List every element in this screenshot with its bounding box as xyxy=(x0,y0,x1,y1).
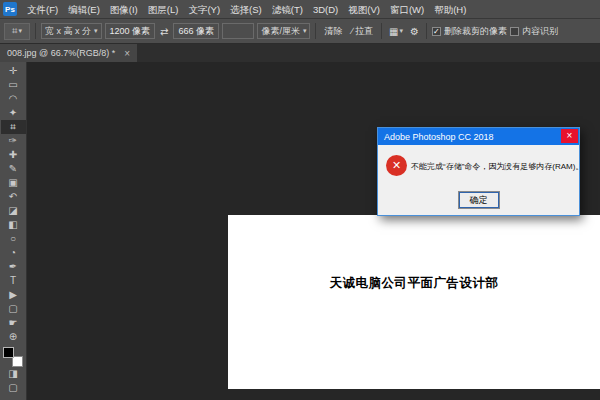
menu-edit[interactable]: 编辑(E) xyxy=(63,0,105,19)
dialog-message: 不能完成“存储”命令，因为没有足够内存(RAM)。 xyxy=(411,161,583,172)
foreground-color-swatch[interactable] xyxy=(3,347,14,358)
color-swatches[interactable] xyxy=(3,347,23,367)
resolution-unit-value: 像素/厘米 xyxy=(261,25,300,38)
dialog-body: ✕ 不能完成“存储”命令，因为没有足够内存(RAM)。 确定 xyxy=(378,145,579,215)
shape-tool[interactable]: ▢ xyxy=(1,302,26,316)
document-tab-title: 008.jpg @ 66.7%(RGB/8) * xyxy=(7,48,115,58)
crop-tool[interactable]: ⌗ xyxy=(1,120,26,134)
chevron-down-icon: ▾ xyxy=(19,27,23,35)
menu-bar: Ps 文件(F) 编辑(E) 图像(I) 图层(L) 文字(Y) 选择(S) 滤… xyxy=(0,0,600,19)
divider xyxy=(381,23,382,39)
straighten-label: 拉直 xyxy=(355,25,373,38)
menu-help[interactable]: 帮助(H) xyxy=(429,0,471,19)
menu-3d[interactable]: 3D(D) xyxy=(308,0,343,19)
hand-tool[interactable]: ☛ xyxy=(1,316,26,330)
menu-view[interactable]: 视图(V) xyxy=(343,0,385,19)
crop-width-input[interactable]: 1200 像素 xyxy=(105,23,156,39)
menu-layer[interactable]: 图层(L) xyxy=(143,0,184,19)
rectangular-marquee-tool[interactable]: ▭ xyxy=(1,78,26,92)
crop-preset-icon: ⌗ xyxy=(12,25,18,37)
screen-mode-icon[interactable]: ▢ xyxy=(1,381,26,395)
chevron-down-icon: ▾ xyxy=(399,27,403,35)
ok-button[interactable]: 确定 xyxy=(459,192,499,208)
clear-button[interactable]: 清除 xyxy=(321,23,345,39)
menu-filter[interactable]: 滤镜(T) xyxy=(267,0,308,19)
dialog-close-button[interactable]: × xyxy=(561,129,578,143)
photoshop-logo-icon: Ps xyxy=(3,2,17,16)
document-text: 天诚电脑公司平面广告设计部 xyxy=(228,275,600,292)
type-tool[interactable]: T xyxy=(1,274,26,288)
lasso-tool[interactable]: ◠ xyxy=(1,92,26,106)
spot-healing-brush-tool[interactable]: ✚ xyxy=(1,148,26,162)
menu-type[interactable]: 文字(Y) xyxy=(183,0,225,19)
tool-preset-dropdown[interactable]: ⌗ ▾ xyxy=(4,23,30,40)
resolution-input[interactable] xyxy=(222,23,254,39)
pen-tool[interactable]: ✒ xyxy=(1,260,26,274)
quick-mask-icon[interactable]: ◨ xyxy=(1,367,26,381)
menu-window[interactable]: 窗口(W) xyxy=(385,0,429,19)
eraser-tool[interactable]: ◪ xyxy=(1,204,26,218)
overlay-grid-icon: ▦ xyxy=(389,26,398,37)
resolution-unit-dropdown[interactable]: 像素/厘米 ▾ xyxy=(257,23,310,39)
document-tab-bar: 008.jpg @ 66.7%(RGB/8) * × xyxy=(0,44,600,62)
tab-close-icon[interactable]: × xyxy=(124,48,130,59)
options-bar: ⌗ ▾ 宽 x 高 x 分 ▾ 1200 像素 ⇄ 666 像素 像素/厘米 ▾… xyxy=(0,19,600,44)
straighten-button[interactable]: ∕ 拉直 xyxy=(348,23,376,39)
document-canvas[interactable]: 天诚电脑公司平面广告设计部 xyxy=(228,215,600,389)
document-tab[interactable]: 008.jpg @ 66.7%(RGB/8) * × xyxy=(0,44,137,62)
history-brush-tool[interactable]: ↶ xyxy=(1,190,26,204)
divider xyxy=(35,23,36,39)
crop-ratio-dropdown[interactable]: 宽 x 高 x 分 ▾ xyxy=(41,23,102,39)
dodge-tool[interactable]: ◔ xyxy=(1,246,26,260)
clone-stamp-tool[interactable]: ▣ xyxy=(1,176,26,190)
content-aware-checkbox[interactable]: 内容识别 xyxy=(510,25,558,38)
error-icon: ✕ xyxy=(386,155,407,176)
error-dialog: Adobe Photoshop CC 2018 × ✕ 不能完成“存储”命令，因… xyxy=(377,127,580,216)
overlay-options-dropdown[interactable]: ▦ ▾ xyxy=(387,23,405,39)
delete-cropped-pixels-checkbox[interactable]: ✓ 删除裁剪的像素 xyxy=(432,25,507,38)
crop-height-input[interactable]: 666 像素 xyxy=(173,23,219,39)
zoom-tool[interactable]: ⊕ xyxy=(1,330,26,344)
checkbox-checked-icon: ✓ xyxy=(432,27,441,36)
menu-image[interactable]: 图像(I) xyxy=(105,0,143,19)
content-aware-label: 内容识别 xyxy=(522,25,558,38)
menu-select[interactable]: 选择(S) xyxy=(225,0,267,19)
path-selection-tool[interactable]: ▶ xyxy=(1,288,26,302)
canvas-area: 天诚电脑公司平面广告设计部 xyxy=(28,62,600,400)
brush-tool[interactable]: ✎ xyxy=(1,162,26,176)
chevron-down-icon: ▾ xyxy=(94,27,98,35)
move-tool[interactable]: ✛ xyxy=(1,64,26,78)
crop-settings-gear-icon[interactable]: ⚙ xyxy=(408,23,421,39)
delete-cropped-pixels-label: 删除裁剪的像素 xyxy=(444,25,507,38)
dialog-title-bar[interactable]: Adobe Photoshop CC 2018 × xyxy=(378,128,579,145)
straighten-icon: ∕ xyxy=(351,26,353,36)
crop-ratio-value: 宽 x 高 x 分 xyxy=(45,25,91,38)
quick-selection-tool[interactable]: ✦ xyxy=(1,106,26,120)
gradient-tool[interactable]: ◧ xyxy=(1,218,26,232)
checkbox-unchecked-icon xyxy=(510,27,519,36)
divider xyxy=(315,23,316,39)
swap-dimensions-icon[interactable]: ⇄ xyxy=(158,23,170,39)
menu-file[interactable]: 文件(F) xyxy=(22,0,63,19)
dialog-title: Adobe Photoshop CC 2018 xyxy=(384,132,494,142)
toolbox: ✛ ▭ ◠ ✦ ⌗ ✑ ✚ ✎ ▣ ↶ ◪ ◧ ○ ◔ ✒ T ▶ ▢ ☛ ⊕ … xyxy=(0,62,27,400)
chevron-down-icon: ▾ xyxy=(303,27,307,35)
divider xyxy=(426,23,427,39)
blur-tool[interactable]: ○ xyxy=(1,232,26,246)
eyedropper-tool[interactable]: ✑ xyxy=(1,134,26,148)
